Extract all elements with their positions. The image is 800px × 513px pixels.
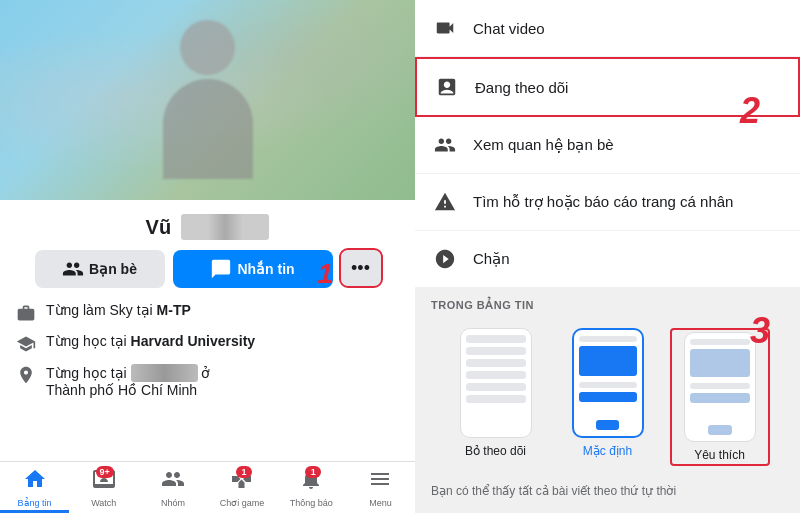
action-buttons: Bạn bè Nhắn tin •••: [0, 250, 415, 288]
info-list: Từng làm Sky tại M-TP Từng học tại Harva…: [0, 302, 415, 408]
feed-option-mac-dinh[interactable]: Mặc định: [558, 328, 658, 466]
briefcase-icon: [16, 303, 36, 323]
video-icon: [431, 14, 459, 42]
info-item-work: Từng làm Sky tại M-TP: [16, 302, 399, 323]
profile-section: Vũ Thọ...(ộ) Bạn bè Nhắn tin •••: [0, 200, 415, 288]
profile-silhouette: [148, 20, 268, 180]
profile-name: Vũ Thọ...(ộ): [146, 214, 270, 240]
section-header: TRONG BẢNG TIN: [415, 289, 800, 318]
info-item-edu: Từng học tại Harvard University: [16, 333, 399, 354]
message-button[interactable]: Nhắn tin: [173, 250, 333, 288]
menu-item-tim-ho-tro[interactable]: Tìm hỗ trợ hoặc báo cáo trang cá nhân: [415, 174, 800, 231]
people-icon: [431, 131, 459, 159]
game-badge: 1: [236, 466, 252, 478]
menu-item-chan[interactable]: Chặn: [415, 231, 800, 288]
friend-button[interactable]: Bạn bè: [35, 250, 165, 288]
notification-badge: 1: [305, 466, 321, 478]
feed-option-bo-theo-doi[interactable]: Bỏ theo dõi: [446, 328, 546, 466]
feed-phone-bo-theo-doi: [460, 328, 532, 438]
graduation-icon: [16, 334, 36, 354]
home-icon: [23, 467, 47, 497]
nav-item-choi-game[interactable]: 1 Chơi game: [208, 462, 277, 513]
number-label-3: 3: [750, 310, 770, 352]
watch-badge: 9+: [96, 466, 114, 478]
more-button[interactable]: •••: [341, 250, 381, 286]
nav-item-nhom[interactable]: Nhóm: [138, 462, 207, 513]
menu-icon: [368, 467, 392, 497]
right-panel: Chat video Đang theo dõi Xem quan hệ bạn…: [415, 0, 800, 513]
feed-phone-yeu-thich: [684, 332, 756, 442]
cover-photo: [0, 0, 415, 200]
number-label-2: 2: [740, 90, 760, 132]
menu-list: Chat video Đang theo dõi Xem quan hệ bạn…: [415, 0, 800, 288]
check-icon: [433, 73, 461, 101]
groups-icon: [161, 467, 185, 497]
feed-options: Bỏ theo dõi Mặc định: [415, 318, 800, 476]
warning-icon: [431, 188, 459, 216]
nav-item-watch[interactable]: 9+ Watch: [69, 462, 138, 513]
nav-item-thong-bao[interactable]: 1 Thông báo: [277, 462, 346, 513]
nav-item-menu[interactable]: Menu: [346, 462, 415, 513]
feed-phone-mac-dinh: [572, 328, 644, 438]
location-icon: [16, 365, 36, 385]
bottom-text: Bạn có thể thấy tất cả bài viết theo thứ…: [415, 476, 800, 506]
number-label-1: 1: [317, 258, 333, 290]
left-panel: Vũ Thọ...(ộ) Bạn bè Nhắn tin ••• 1 T: [0, 0, 415, 513]
block-icon: [431, 245, 459, 273]
more-button-highlight: [339, 248, 383, 288]
menu-item-chat-video[interactable]: Chat video: [415, 0, 800, 57]
nav-item-bang-tin[interactable]: Bảng tin: [0, 462, 69, 513]
bottom-nav: Bảng tin 9+ Watch Nhóm 1 Chơi game: [0, 461, 415, 513]
info-item-location: Từng học tại x ởThành phố Hồ Chí Minh: [16, 364, 399, 398]
